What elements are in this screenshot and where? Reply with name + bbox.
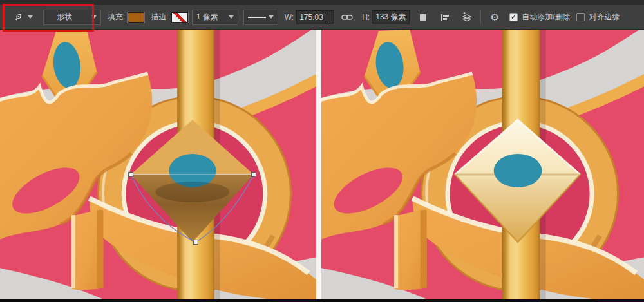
path-alignment-button[interactable] [437,9,453,26]
path-anchor[interactable] [193,240,198,245]
path-operations-icon [419,13,428,22]
text-cursor [325,14,325,21]
width-label: W: [285,13,294,22]
fill-label: 填充: [108,12,125,23]
width-input[interactable]: 175.03 [296,10,334,24]
chevron-down-icon [28,15,33,19]
align-edges-checkbox[interactable] [576,13,585,21]
stroke-label: 描边: [151,12,168,23]
checkmark-icon: ✓ [511,14,516,21]
artwork-right [321,30,644,299]
fill-color-swatch[interactable] [128,12,144,23]
document-canvas [0,30,644,299]
window-top-strip [0,0,644,5]
pen-tool-button[interactable] [10,11,35,24]
height-label: H: [362,13,370,22]
auto-add-delete-label: 自动添加/删除 [522,12,570,23]
solid-line-icon [248,17,266,18]
panel-divider [316,30,321,299]
height-value: 133 像素 [375,12,406,23]
canvas-panel-left[interactable] [0,30,316,299]
canvas-panel-right[interactable] [321,30,644,299]
path-alignment-icon [440,13,450,22]
tool-mode-value: 形状 [57,12,72,23]
stroke-color-swatch[interactable] [171,12,188,23]
toolbar-separator [480,10,481,24]
path-arrangement-icon [461,12,473,22]
path-anchor[interactable] [252,173,256,177]
artwork-left [0,30,316,299]
chevron-down-icon [269,15,274,19]
tool-mode-select[interactable]: 形状 [43,10,101,25]
link-dimensions-button[interactable] [339,9,355,26]
link-icon [341,14,353,21]
stroke-width-select[interactable]: 1 像素 [192,10,238,25]
stroke-type-select[interactable] [243,10,278,25]
path-arrangement-button[interactable] [459,9,475,26]
chevron-down-icon [229,15,234,19]
tool-settings-button[interactable]: ⚙ [486,9,503,26]
gear-icon: ⚙ [490,12,498,22]
window-bottom-strip [0,299,644,302]
width-value: 175.03 [299,13,323,22]
photoshop-window: 形状 填充: 描边: 1 像素 W: 175.03 H: 133 [0,0,644,302]
auto-add-delete-checkbox[interactable]: ✓ [509,13,518,21]
height-input[interactable]: 133 像素 [372,10,410,24]
tool-options-bar: 形状 填充: 描边: 1 像素 W: 175.03 H: 133 [0,5,644,30]
pen-tool-icon [13,12,23,23]
chevron-down-icon [91,15,97,19]
path-anchor[interactable] [128,173,133,177]
align-edges-label: 对齐边缘 [589,12,620,23]
path-operations-button[interactable] [415,9,431,26]
stroke-width-value: 1 像素 [196,12,218,23]
